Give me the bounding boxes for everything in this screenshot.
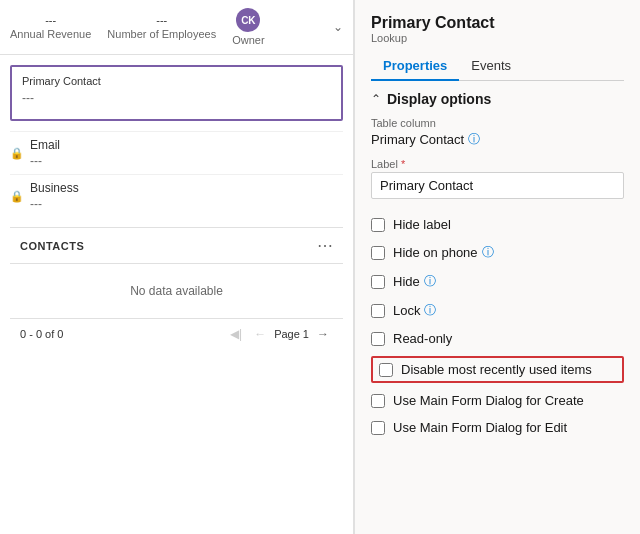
annual-revenue-label: Annual Revenue [10, 28, 91, 40]
main-form-create-label-text: Use Main Form Dialog for Create [393, 393, 584, 408]
business-field-row: 🔒 Business --- [10, 174, 343, 217]
lock-label-text: Lock ⓘ [393, 302, 436, 319]
pagination-controls: ◀| ← Page 1 → [226, 325, 333, 343]
employees-value: --- [156, 14, 167, 26]
hide-phone-info-icon[interactable]: ⓘ [482, 244, 494, 261]
pagination-info: 0 - 0 of 0 [20, 328, 63, 340]
main-form-create-checkbox[interactable] [371, 394, 385, 408]
hide-label-text: Hide label [393, 217, 451, 232]
label-field-label: Label * [371, 158, 624, 170]
email-label: Email [30, 138, 60, 152]
first-page-button[interactable]: ◀| [226, 325, 246, 343]
contacts-title: CONTACTS [20, 240, 84, 252]
left-panel: --- Annual Revenue --- Number of Employe… [0, 0, 354, 534]
read-only-row: Read-only [371, 325, 624, 352]
panel-header: Primary Contact Lookup Properties Events [355, 0, 640, 81]
more-options-button[interactable]: ⋯ [317, 236, 333, 255]
hide-phone-row: Hide on phone ⓘ [371, 238, 624, 267]
disable-mru-checkbox[interactable] [379, 363, 393, 377]
hide-label-text: Hide ⓘ [393, 273, 436, 290]
table-column-value: Primary Contact ⓘ [371, 131, 624, 148]
primary-contact-value: --- [22, 91, 331, 105]
disable-mru-label-text: Disable most recently used items [401, 362, 592, 377]
employees-col: --- Number of Employees [107, 14, 216, 40]
pagination-bar: 0 - 0 of 0 ◀| ← Page 1 → [10, 318, 343, 349]
annual-revenue-value: --- [45, 14, 56, 26]
tabs-bar: Properties Events [371, 52, 624, 81]
prev-page-button[interactable]: ← [250, 325, 270, 343]
owner-col: CK Owner [232, 8, 264, 46]
lock-checkbox[interactable] [371, 304, 385, 318]
owner-initials: CK [241, 15, 255, 26]
hide-info-icon[interactable]: ⓘ [424, 273, 436, 290]
label-text-input[interactable] [371, 172, 624, 199]
read-only-checkbox[interactable] [371, 332, 385, 346]
tab-properties[interactable]: Properties [371, 52, 459, 81]
label-field-group: Label * [371, 158, 624, 211]
read-only-label-text: Read-only [393, 331, 452, 346]
hide-phone-label: Hide on phone ⓘ [393, 244, 494, 261]
business-value: --- [30, 195, 79, 211]
table-column-info-icon[interactable]: ⓘ [468, 131, 480, 148]
chevron-up-icon: ⌃ [371, 92, 381, 106]
table-column-label: Table column [371, 117, 624, 129]
employees-label: Number of Employees [107, 28, 216, 40]
chevron-down-icon[interactable]: ⌄ [333, 20, 343, 34]
owner-label: Owner [232, 34, 264, 46]
hide-row: Hide ⓘ [371, 267, 624, 296]
form-content: Primary Contact --- 🔒 Email --- 🔒 Busine… [0, 55, 353, 534]
panel-title: Primary Contact [371, 14, 624, 32]
lock-row: Lock ⓘ [371, 296, 624, 325]
hide-checkbox[interactable] [371, 275, 385, 289]
no-data-message: No data available [10, 264, 343, 318]
email-value: --- [30, 152, 60, 168]
lock-icon: 🔒 [10, 147, 24, 160]
email-field-row: 🔒 Email --- [10, 131, 343, 174]
primary-contact-label: Primary Contact [22, 75, 331, 87]
section-title: Display options [387, 91, 491, 107]
main-form-edit-checkbox[interactable] [371, 421, 385, 435]
contacts-header: CONTACTS ⋯ [10, 228, 343, 264]
required-star: * [401, 158, 405, 170]
lock-icon-business: 🔒 [10, 190, 24, 203]
hide-label-checkbox[interactable] [371, 218, 385, 232]
hide-phone-checkbox[interactable] [371, 246, 385, 260]
tab-events[interactable]: Events [459, 52, 523, 81]
annual-revenue-col: --- Annual Revenue [10, 14, 91, 40]
owner-badge: CK [236, 8, 260, 32]
primary-contact-field[interactable]: Primary Contact --- [10, 65, 343, 121]
main-form-edit-row: Use Main Form Dialog for Edit [371, 414, 624, 441]
panel-body: ⌃ Display options Table column Primary C… [355, 81, 640, 534]
table-column-group: Table column Primary Contact ⓘ [371, 117, 624, 148]
business-label: Business [30, 181, 79, 195]
right-panel: Primary Contact Lookup Properties Events… [354, 0, 640, 534]
main-form-create-row: Use Main Form Dialog for Create [371, 387, 624, 414]
next-page-button[interactable]: → [313, 325, 333, 343]
section-header: ⌃ Display options [371, 91, 624, 107]
disable-mru-row: Disable most recently used items [371, 356, 624, 383]
panel-subtitle: Lookup [371, 32, 624, 44]
header-bar: --- Annual Revenue --- Number of Employe… [0, 0, 353, 55]
lock-info-icon[interactable]: ⓘ [424, 302, 436, 319]
hide-label-row: Hide label [371, 211, 624, 238]
contacts-section: CONTACTS ⋯ No data available 0 - 0 of 0 … [10, 227, 343, 349]
page-label: Page 1 [274, 328, 309, 340]
main-form-edit-label-text: Use Main Form Dialog for Edit [393, 420, 567, 435]
